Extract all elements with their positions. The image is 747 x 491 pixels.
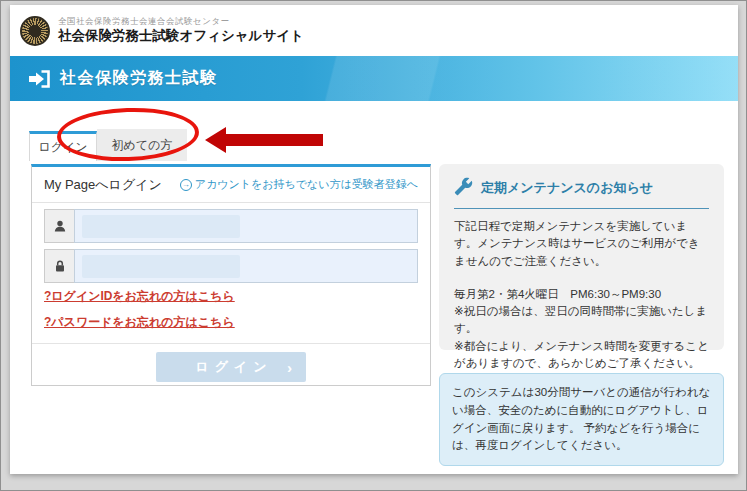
screenshot-frame: 全国社会保険労務士会連合会試験センター 社会保険労務士試験オフィシャルサイト 社…: [0, 0, 747, 491]
lock-icon: [44, 249, 74, 283]
forgot-password-link[interactable]: ?パスワードをお忘れの方はこちら: [44, 314, 235, 331]
maintenance-intro: 下記日程で定期メンテナンスを実施しています。メンテナンス時はサービスのご利用がで…: [454, 218, 709, 270]
page-banner: 社会保険労務士試験: [10, 56, 738, 101]
session-timeout-notice: このシステムは30分間サーバとの通信が行われない場合、安全のために自動的にログア…: [439, 373, 724, 466]
tab-first-time[interactable]: 初めての方: [97, 129, 187, 161]
maintenance-title-row: 定期メンテナンスのお知らせ: [454, 177, 709, 199]
header-text: 全国社会保険労務士会連合会試験センター 社会保険労務士試験オフィシャルサイト: [58, 16, 304, 46]
banner-title: 社会保険労務士試験: [60, 68, 218, 89]
site-title: 社会保険労務士試験オフィシャルサイト: [58, 28, 304, 45]
login-id-input[interactable]: [74, 209, 418, 243]
autofill-highlight: [82, 215, 240, 238]
autofill-highlight: [82, 255, 240, 278]
password-row: [44, 249, 418, 283]
circle-arrow-icon: →: [180, 179, 192, 191]
holiday-note: ※祝日の場合は、翌日の同時間帯に実施いたします。: [454, 305, 707, 334]
password-input[interactable]: [74, 249, 418, 283]
register-link-label: アカウントをお持ちでない方は受験者登録へ: [195, 177, 418, 192]
chevron-right-icon: ›: [287, 359, 292, 376]
title-underline: [454, 208, 709, 209]
schedule-line: 毎月第2・第4火曜日 PM6:30～PM9:30: [454, 288, 661, 300]
user-icon: [44, 209, 74, 243]
maintenance-title: 定期メンテナンスのお知らせ: [481, 179, 653, 197]
tab-login[interactable]: ログイン: [29, 131, 97, 161]
forgot-id-link[interactable]: ?ログインIDをお忘れの方はこちら: [44, 288, 235, 305]
divider: [32, 343, 430, 344]
site-header: 全国社会保険労務士会連合会試験センター 社会保険労務士試験オフィシャルサイト: [10, 5, 738, 56]
wrench-icon: [454, 177, 473, 199]
register-link[interactable]: → アカウントをお持ちでない方は受験者登録へ: [180, 177, 418, 192]
federation-emblem-logo: [20, 16, 50, 46]
login-button-label: ログイン: [195, 359, 272, 374]
org-name: 全国社会保険労務士会連合会試験センター: [58, 16, 304, 27]
login-panel-title: My Pageへログイン: [44, 176, 162, 194]
login-panel-header: My Pageへログイン → アカウントをお持ちでない方は受験者登録へ: [32, 167, 430, 203]
maintenance-schedule: 毎月第2・第4火曜日 PM6:30～PM9:30 ※祝日の場合は、翌日の同時間帯…: [454, 286, 709, 372]
page: 全国社会保険労務士会連合会試験センター 社会保険労務士試験オフィシャルサイト 社…: [10, 5, 738, 474]
login-button[interactable]: ログイン ›: [156, 352, 306, 382]
login-panel: My Pageへログイン → アカウントをお持ちでない方は受験者登録へ: [31, 164, 431, 386]
change-note: ※都合により、メンテナンス時間を変更することがありますので、あらかじめご了承くだ…: [454, 340, 709, 369]
login-arrow-icon: [28, 70, 50, 88]
maintenance-notice-box: 定期メンテナンスのお知らせ 下記日程で定期メンテナンスを実施しています。メンテナ…: [439, 164, 724, 350]
login-id-row: [44, 209, 418, 243]
